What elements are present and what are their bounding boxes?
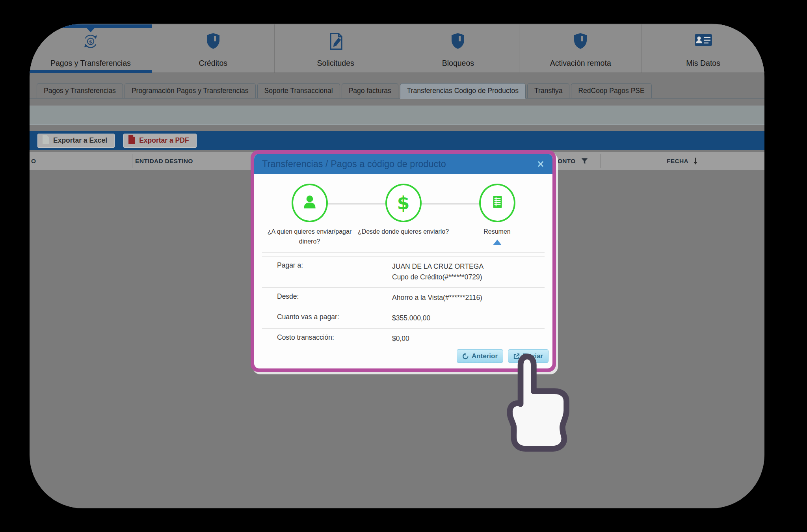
tab-mis-datos[interactable]: Mis Datos xyxy=(642,24,764,73)
summary-rows: Pagar a: JUAN DE LA CRUZ ORTEGA Cupo de … xyxy=(262,256,545,349)
tab-activacion-remota[interactable]: Activación remota xyxy=(519,24,642,73)
column-header-monto-label: ONTO xyxy=(558,158,576,165)
modal-title: Transferencias / Pagos a código de produ… xyxy=(262,159,537,169)
recipient-name: JUAN DE LA CRUZ ORTEGA xyxy=(392,261,545,272)
column-header-fecha-label: FECHA xyxy=(667,158,688,165)
summary-icon xyxy=(489,194,506,212)
pdf-file-icon xyxy=(128,135,136,146)
svg-text:$: $ xyxy=(89,39,93,45)
tab-label: Créditos xyxy=(199,59,227,68)
filter-funnel-icon[interactable] xyxy=(581,158,588,164)
active-tab-notch xyxy=(87,28,95,32)
main-tab-bar: $ Pagos y Transferencias Créditos xyxy=(30,24,764,73)
column-header-fecha[interactable]: FECHA xyxy=(600,152,764,170)
export-excel-label: Exportar a Excel xyxy=(53,136,107,145)
modal-header: Transferencias / Pagos a código de produ… xyxy=(254,154,552,174)
tab-label: Pagos y Transferencias xyxy=(50,59,131,68)
shield-icon xyxy=(206,32,220,51)
column-header-monto[interactable]: ONTO xyxy=(558,152,588,170)
user-icon xyxy=(301,193,319,213)
export-toolbar: Exportar a Excel Exportar a PDF xyxy=(30,131,764,150)
shield-icon xyxy=(574,32,587,51)
subtab-programacion-pagos[interactable]: Programación Pagos y Transferencias xyxy=(125,83,256,98)
step-circle xyxy=(292,184,328,222)
summary-row-pagar-a: Pagar a: JUAN DE LA CRUZ ORTEGA Cupo de … xyxy=(262,257,545,288)
step-label: ¿A quien quieres enviar/pagar dinero? xyxy=(264,227,355,247)
row-value: $355.000,00 xyxy=(392,313,545,324)
summary-details: Pagar a: JUAN DE LA CRUZ ORTEGA Cupo de … xyxy=(262,252,545,349)
subtab-pagos-y-transferencias[interactable]: Pagos y Transferencias xyxy=(37,83,123,98)
anterior-label: Anterior xyxy=(472,352,498,360)
dollar-icon: $ xyxy=(397,192,409,214)
tab-label: Mis Datos xyxy=(686,59,720,68)
tab-creditos[interactable]: Créditos xyxy=(152,24,275,73)
subtab-redcoop-pagos-pse[interactable]: RedCoop Pagos PSE xyxy=(571,83,651,98)
pointer-hand-cursor xyxy=(504,353,577,456)
tab-solicitudes[interactable]: Solicitudes xyxy=(275,24,397,73)
modal-highlight-frame: Transferencias / Pagos a código de produ… xyxy=(251,150,556,372)
summary-row-monto: Cuanto vas a pagar: $355.000,00 xyxy=(262,308,545,329)
summary-row-desde: Desde: Ahorro a la Vista(#******2116) xyxy=(262,288,545,308)
column-header-entidad-destino[interactable]: ENTIDAD DESTINO xyxy=(135,152,193,170)
row-value: JUAN DE LA CRUZ ORTEGA Cupo de Crédito(#… xyxy=(392,261,545,283)
document-edit-icon xyxy=(328,32,343,52)
tab-label: Bloqueos xyxy=(442,59,474,68)
tab-label: Solicitudes xyxy=(317,59,354,68)
close-icon[interactable]: × xyxy=(537,159,545,169)
filter-band xyxy=(30,106,764,125)
tab-bloqueos[interactable]: Bloqueos xyxy=(397,24,520,73)
step-source[interactable]: $ ¿Desde donde quieres enviarlo? xyxy=(357,184,450,247)
export-pdf-button[interactable]: Exportar a PDF xyxy=(123,134,196,148)
step-recipient[interactable]: ¿A quien quieres enviar/pagar dinero? xyxy=(263,184,357,247)
row-label: Cuanto vas a pagar: xyxy=(277,313,392,324)
row-label: Costo transacción: xyxy=(277,333,392,344)
undo-arrow-icon xyxy=(462,353,469,359)
row-label: Pagar a: xyxy=(277,261,392,283)
column-header-clipped[interactable]: O xyxy=(31,152,36,170)
transfer-cycle-icon: $ xyxy=(82,32,100,52)
step-label: Resumen xyxy=(483,227,510,237)
transfer-summary-modal: Transferencias / Pagos a código de produ… xyxy=(254,154,552,368)
recipient-product: Cupo de Crédito(#******0729) xyxy=(392,272,545,283)
id-card-icon xyxy=(694,32,712,49)
excel-file-icon xyxy=(42,135,50,146)
tab-label: Activación remota xyxy=(550,59,611,68)
wizard-steps: ¿A quien quieres enviar/pagar dinero? $ … xyxy=(254,174,552,247)
tab-pagos-y-transferencias[interactable]: $ Pagos y Transferencias xyxy=(30,24,152,73)
step-circle xyxy=(479,184,515,222)
subtab-pago-facturas[interactable]: Pago facturas xyxy=(342,83,398,98)
sort-desc-arrow-icon[interactable] xyxy=(693,157,698,165)
step-summary[interactable]: Resumen xyxy=(450,184,544,247)
row-value: Ahorro a la Vista(#******2116) xyxy=(392,292,545,303)
subtab-soporte-transaccional[interactable]: Soporte Transaccional xyxy=(257,83,340,98)
current-step-caret xyxy=(493,240,502,245)
anterior-button[interactable]: Anterior xyxy=(457,349,503,363)
subtab-transferencias-codigo-productos[interactable]: Transferencias Codigo de Productos xyxy=(400,83,526,99)
shield-icon xyxy=(451,32,465,51)
column-separator xyxy=(132,154,132,168)
summary-row-costo: Costo transacción: $0,00 xyxy=(262,329,545,349)
subtab-transfiya[interactable]: Transfiya xyxy=(527,83,569,98)
export-excel-button[interactable]: Exportar a Excel xyxy=(37,134,115,148)
row-value: $0,00 xyxy=(392,333,545,344)
step-label: ¿Desde donde quieres enviarlo? xyxy=(358,227,449,237)
export-pdf-label: Exportar a PDF xyxy=(139,136,189,145)
sub-tab-bar: Pagos y Transferencias Programación Pago… xyxy=(30,83,764,99)
row-label: Desde: xyxy=(277,292,392,303)
screen: $ Pagos y Transferencias Créditos xyxy=(0,0,807,532)
step-circle: $ xyxy=(385,184,422,222)
